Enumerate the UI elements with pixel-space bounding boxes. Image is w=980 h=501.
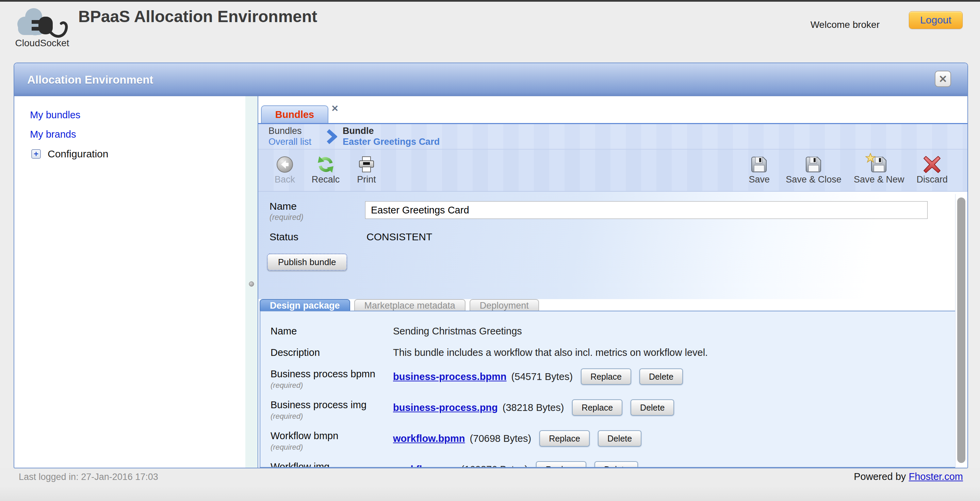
field-value: Sending Christmas Greetings: [393, 326, 522, 337]
recalc-label: Recalc: [312, 174, 340, 185]
app-footer: Last logged in: 27-Jan-2016 17:03 Powere…: [0, 468, 980, 501]
panel-title: Allocation Environment: [27, 73, 153, 86]
row-name: Name Sending Christmas Greetings: [270, 326, 956, 337]
cloudsocket-logo: CloudSocket: [11, 6, 73, 49]
row-business-process-bpmn: Business process bpmn (required) busines…: [270, 368, 956, 390]
row-workflow-bmpn: Workflow bmpn (required) workflow.bpmn (…: [270, 430, 956, 452]
toolbar-right-group: Save Save & Close: [745, 156, 948, 185]
recalc-button[interactable]: Recalc: [311, 156, 340, 185]
print-button[interactable]: Print: [352, 156, 381, 185]
name-required-label: (required): [269, 213, 304, 222]
vertical-scrollbar[interactable]: [955, 194, 967, 468]
powered-by-text: Powered by: [854, 471, 906, 482]
last-login-text: Last logged in: 27-Jan-2016 17:03: [19, 472, 158, 482]
replace-button[interactable]: Replace: [539, 430, 590, 447]
field-required: (required): [270, 443, 393, 452]
sidebar-item-my-brands[interactable]: My brands: [30, 129, 245, 140]
panel-body: My bundles My brands + Configuration Bun…: [14, 96, 967, 468]
tab-row: Bundles ✕: [258, 96, 967, 124]
back-icon: [276, 156, 294, 173]
powered-by: Powered by Fhoster.com: [854, 471, 963, 482]
tab-bundles-label: Bundles: [275, 109, 314, 120]
recalc-icon: [317, 156, 334, 173]
row-business-process-img: Business process img (required) business…: [270, 400, 956, 421]
logout-button[interactable]: Logout: [909, 11, 963, 29]
discard-button[interactable]: Discard: [916, 156, 948, 185]
panel-close-button[interactable]: ✕: [935, 71, 951, 87]
file-size: (70698 Bytes): [470, 433, 531, 444]
replace-button[interactable]: Replace: [572, 400, 622, 416]
save-close-icon: [805, 156, 822, 173]
tab-bundles[interactable]: Bundles ✕: [261, 105, 328, 123]
app-header: CloudSocket BPaaS Allocation Environment…: [0, 2, 980, 63]
back-button[interactable]: Back: [270, 156, 299, 185]
detail-tab-strip: Design package Marketplace metadata Depl…: [258, 299, 967, 312]
toolbar: Back Recalc: [258, 149, 967, 192]
breadcrumb-current-name: Easter Greetings Card: [343, 136, 440, 147]
file-link[interactable]: workflow.png: [393, 464, 456, 468]
page: CloudSocket BPaaS Allocation Environment…: [0, 0, 980, 501]
field-label: Business process bpmn: [270, 368, 393, 380]
welcome-text: Welcome broker: [811, 19, 880, 30]
delete-button[interactable]: Delete: [630, 400, 674, 416]
field-label: Business process img: [270, 400, 393, 411]
save-new-label: Save & New: [854, 174, 904, 185]
content-area: Bundles ✕ Bundles Overall list Bundle Ea…: [258, 96, 967, 468]
sidebar-item-configuration[interactable]: + Configuration: [31, 148, 245, 160]
splitter-handle[interactable]: [249, 281, 254, 287]
print-label: Print: [357, 174, 376, 185]
toolbar-left-group: Back Recalc: [270, 156, 381, 185]
breadcrumb-parent-link[interactable]: Overall list: [269, 136, 311, 147]
print-icon: [358, 156, 375, 173]
tab-marketplace-metadata[interactable]: Marketplace metadata: [354, 299, 466, 312]
discard-label: Discard: [916, 174, 948, 185]
scrollbar-thumb[interactable]: [957, 198, 966, 463]
discard-icon: [923, 156, 941, 173]
save-and-close-button[interactable]: Save & Close: [786, 156, 842, 185]
splitter-gutter: [245, 96, 258, 468]
breadcrumb-current-title: Bundle: [343, 126, 440, 136]
sidebar-item-my-bundles[interactable]: My bundles: [30, 109, 245, 120]
save-button[interactable]: Save: [745, 156, 773, 185]
file-link[interactable]: workflow.bpmn: [393, 433, 465, 444]
row-workflow-img: Workflow img workflow.png (169876 Bytes)…: [270, 461, 956, 468]
design-package-panel: Name Sending Christmas Greetings Descrip…: [259, 311, 956, 468]
file-link[interactable]: business-process.bpmn: [393, 371, 507, 382]
tab-close-icon[interactable]: ✕: [331, 103, 339, 114]
panel-header: Allocation Environment ✕: [14, 63, 967, 96]
file-size: (169876 Bytes): [461, 464, 528, 468]
delete-button[interactable]: Delete: [640, 368, 683, 385]
breadcrumb-parent-title: Bundles: [269, 126, 311, 136]
save-and-new-button[interactable]: Save & New: [854, 156, 904, 185]
file-size: (54571 Bytes): [511, 371, 573, 382]
delete-button[interactable]: Delete: [595, 461, 638, 468]
field-required: (required): [270, 381, 393, 390]
file-size: (38218 Bytes): [503, 402, 564, 413]
fhoster-link[interactable]: Fhoster.com: [908, 471, 963, 482]
tab-deployment[interactable]: Deployment: [469, 299, 539, 312]
delete-button[interactable]: Delete: [598, 430, 641, 447]
field-value: This bundle includes a workflow that als…: [393, 347, 708, 358]
close-icon: ✕: [939, 73, 947, 85]
sidebar-item-label: Configuration: [48, 148, 108, 160]
chevron-right-icon: [326, 129, 337, 144]
allocation-environment-panel: Allocation Environment ✕ My bundles My b…: [14, 63, 968, 468]
field-label: Workflow bmpn: [270, 430, 393, 442]
breadcrumb: Bundles Overall list Bundle Easter Greet…: [258, 124, 967, 149]
status-value: CONSISTENT: [366, 231, 432, 243]
field-label: Name: [270, 326, 393, 337]
bundle-name-input[interactable]: [365, 201, 928, 219]
replace-button[interactable]: Replace: [581, 368, 631, 385]
name-label: Name: [269, 201, 304, 212]
field-label: Description: [270, 347, 393, 358]
tab-design-package[interactable]: Design package: [259, 299, 350, 312]
row-description: Description This bundle includes a workf…: [270, 347, 956, 358]
status-label: Status: [269, 231, 298, 243]
field-required: (required): [270, 412, 393, 421]
file-link[interactable]: business-process.png: [393, 402, 498, 413]
replace-button[interactable]: Replace: [536, 461, 586, 468]
expand-plus-icon[interactable]: +: [31, 149, 41, 159]
publish-bundle-button[interactable]: Publish bundle: [267, 254, 347, 271]
cloud-plug-icon: [13, 6, 72, 40]
save-close-label: Save & Close: [786, 174, 842, 185]
